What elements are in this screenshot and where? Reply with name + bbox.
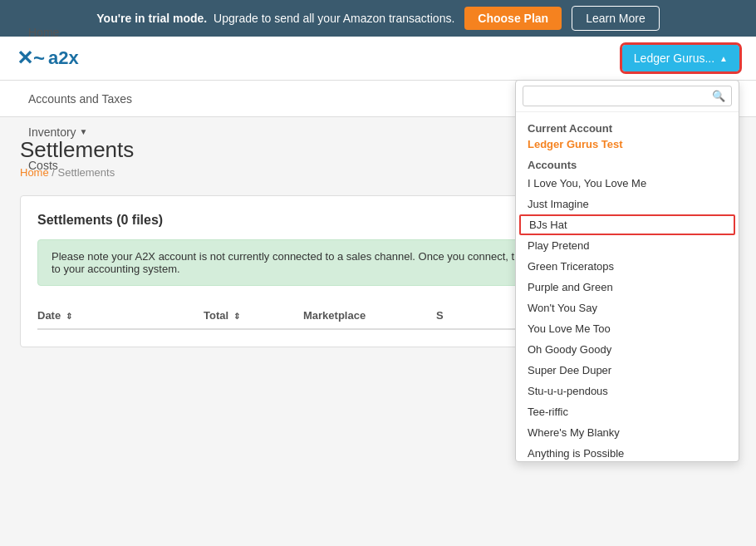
chevron-up-icon: ▲ <box>719 54 728 63</box>
column-status: S <box>436 309 503 322</box>
breadcrumb-separator: / <box>52 166 57 179</box>
breadcrumb-home[interactable]: Home <box>20 166 49 179</box>
learn-more-button[interactable]: Learn More <box>572 6 660 31</box>
account-list-item[interactable]: I Love You, You Love Me <box>516 173 739 194</box>
account-list-item[interactable]: BJs Hat <box>519 214 735 235</box>
nav-item-accounts-and-taxes[interactable]: Accounts and Taxes <box>17 82 144 116</box>
account-list-item[interactable]: Just Imagine <box>516 194 739 214</box>
account-dropdown: 🔍 Current Account Ledger Gurus Test Acco… <box>515 80 739 462</box>
account-list-item[interactable]: Anything is Possible <box>516 443 739 461</box>
accounts-label: Accounts <box>516 155 739 173</box>
account-list-item[interactable]: Stu-u-u-pendous <box>516 381 739 401</box>
account-list-item[interactable]: Tee-riffic <box>516 401 739 422</box>
column-total[interactable]: Total ⇕ <box>204 309 303 322</box>
breadcrumb-current: Settlements <box>58 166 115 179</box>
current-account-label: Current Account <box>516 119 739 136</box>
logo-icon: ✕~ <box>17 47 45 70</box>
account-list-item[interactable]: Play Pretend <box>516 235 739 256</box>
account-list-item[interactable]: Super Dee Duper <box>516 360 739 381</box>
account-list-item[interactable]: Where's My Blanky <box>516 422 739 443</box>
account-list-item[interactable]: Oh Goody Goody <box>516 339 739 360</box>
account-dropdown-button[interactable]: Ledger Gurus... ▲ <box>622 45 739 71</box>
account-list-item[interactable]: You Love Me Too <box>516 318 739 339</box>
account-list-item[interactable]: Green Triceratops <box>516 256 739 277</box>
logo: ✕~ a2x <box>17 47 79 70</box>
column-marketplace: Marketplace <box>303 309 436 322</box>
account-list-item[interactable]: Won't You Say <box>516 298 739 318</box>
trial-message: You're in trial mode. Upgrade to send al… <box>96 12 454 25</box>
dropdown-section: Current Account Ledger Gurus Test Accoun… <box>516 112 739 461</box>
account-button-label: Ledger Gurus... <box>634 52 714 65</box>
sort-icon-date: ⇕ <box>66 312 72 321</box>
choose-plan-button[interactable]: Choose Plan <box>464 7 562 30</box>
header: ✕~ a2x Ledger Gurus... ▲ 🔍 Current Accou… <box>0 37 756 81</box>
sort-icon-total: ⇕ <box>233 312 240 321</box>
column-date[interactable]: Date ⇕ <box>37 309 204 322</box>
logo-text: a2x <box>48 47 79 69</box>
current-account-name[interactable]: Ledger Gurus Test <box>516 136 739 155</box>
caret-icon: ▼ <box>80 127 88 136</box>
account-search-input[interactable] <box>523 86 732 106</box>
accounts-list: I Love You, You Love MeJust ImagineBJs H… <box>516 173 739 461</box>
header-right: Ledger Gurus... ▲ 🔍 Current Account Ledg… <box>622 45 739 71</box>
account-list-item[interactable]: Purple and Green <box>516 277 739 298</box>
dropdown-search-wrapper: 🔍 <box>516 81 739 112</box>
search-icon: 🔍 <box>712 90 725 102</box>
